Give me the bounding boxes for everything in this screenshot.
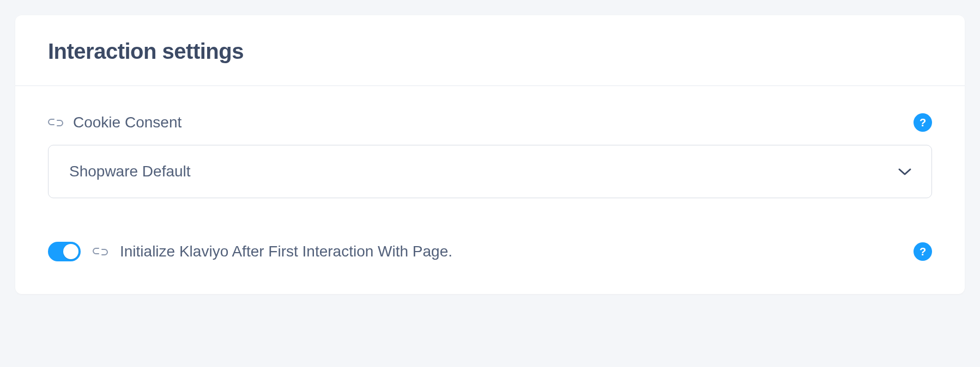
field-label-left: Cookie Consent [48, 114, 182, 131]
cookie-consent-select[interactable]: Shopware Default [48, 145, 932, 198]
field-initialize-klaviyo: Initialize Klaviyo After First Interacti… [48, 242, 932, 261]
inheritance-icon [93, 246, 108, 257]
toggle-label: Initialize Klaviyo After First Interacti… [120, 243, 452, 260]
settings-card: Interaction settings Cookie Consent ? S [15, 15, 965, 294]
help-button-initialize-klaviyo[interactable]: ? [914, 242, 932, 261]
select-value: Shopware Default [69, 163, 191, 180]
toggle-row: Initialize Klaviyo After First Interacti… [48, 242, 932, 261]
field-cookie-consent: Cookie Consent ? Shopware Default [48, 113, 932, 198]
field-label: Cookie Consent [73, 114, 182, 131]
card-body: Cookie Consent ? Shopware Default [15, 86, 965, 294]
initialize-klaviyo-toggle[interactable] [48, 242, 81, 261]
inheritance-icon [48, 117, 63, 128]
toggle-knob [63, 244, 78, 259]
toggle-left: Initialize Klaviyo After First Interacti… [48, 242, 452, 261]
help-button-cookie-consent[interactable]: ? [914, 113, 932, 132]
card-header: Interaction settings [15, 15, 965, 86]
chevron-down-icon [898, 167, 912, 176]
card-title: Interaction settings [48, 39, 932, 64]
field-label-row: Cookie Consent ? [48, 113, 932, 132]
